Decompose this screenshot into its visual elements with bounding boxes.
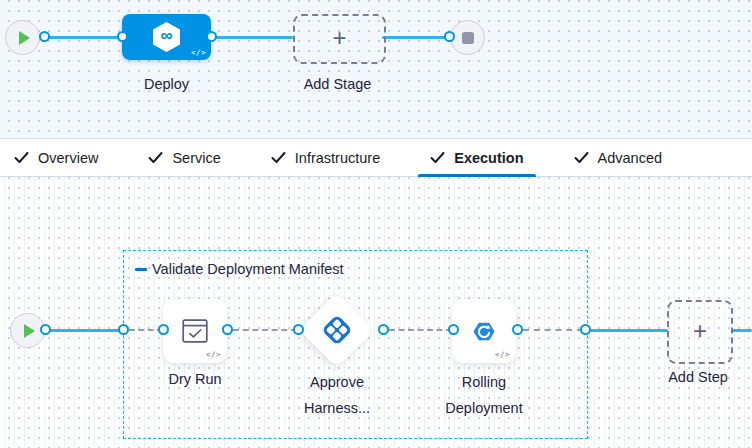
rolling-deployment-icon (472, 320, 496, 343)
add-stage-button[interactable]: + (293, 14, 386, 64)
play-icon (19, 31, 30, 45)
stage-config-tabs: Overview Service Infrastructure Executio… (0, 139, 752, 177)
add-stage-label: Add Stage (293, 76, 382, 92)
tab-label: Overview (38, 150, 98, 166)
step-group-label: Validate Deployment Manifest (152, 261, 344, 277)
add-step-label: Add Step (647, 369, 749, 385)
step-label-rolling-deployment: Rolling Deployment (432, 369, 536, 421)
plus-icon: + (693, 319, 707, 343)
connector-dash (523, 329, 583, 331)
connector-port (39, 31, 50, 42)
connector-port (448, 324, 459, 335)
connector-port (222, 324, 233, 335)
step-rolling-deployment[interactable]: </> (452, 299, 516, 363)
stage-node-deploy[interactable]: ∞ </> (122, 14, 211, 60)
stage-label: Deploy (122, 76, 211, 92)
execution-canvas: Validate Deployment Manifest </> (0, 177, 752, 448)
connector-dash (389, 329, 452, 331)
check-icon (148, 151, 163, 164)
connector-port (378, 324, 389, 335)
connector-port (444, 31, 455, 42)
step-label-dry-run: Dry Run (131, 371, 259, 387)
check-icon (574, 151, 589, 164)
code-view-icon[interactable]: </> (495, 350, 510, 359)
tab-infrastructure[interactable]: Infrastructure (259, 139, 392, 176)
harness-approval-icon (321, 314, 353, 346)
connector-port (512, 324, 523, 335)
code-view-icon[interactable]: </> (206, 350, 221, 359)
connector-line (212, 36, 293, 39)
play-icon (24, 324, 35, 338)
check-icon (271, 151, 286, 164)
connector-dash (233, 329, 297, 331)
step-group-header[interactable]: Validate Deployment Manifest (135, 261, 344, 277)
tab-label: Infrastructure (295, 150, 380, 166)
connector-port (206, 31, 217, 42)
check-icon (14, 151, 29, 164)
code-view-icon[interactable]: </> (191, 48, 206, 57)
tab-service[interactable]: Service (136, 139, 232, 176)
connector-line (46, 329, 124, 332)
add-step-button[interactable]: + (667, 300, 733, 364)
pipeline-start-node (5, 20, 40, 55)
pipeline-studio: ∞ </> + Deploy Add Stage Overview Servic… (0, 0, 752, 448)
pipeline-end-node (450, 20, 485, 55)
infinity-glyph: ∞ (160, 26, 172, 46)
tab-execution[interactable]: Execution (418, 139, 535, 176)
harness-pipeline-icon: ∞ (153, 22, 180, 52)
connector-line (45, 36, 125, 39)
stop-icon (462, 32, 474, 44)
step-dry-run[interactable]: </> (163, 299, 227, 363)
plus-icon: + (332, 26, 346, 50)
connector-port (117, 31, 128, 42)
step-label-approve: Approve Harness... (287, 369, 387, 421)
connector-line (382, 36, 449, 39)
tab-overview[interactable]: Overview (2, 139, 110, 176)
connector-port (40, 324, 51, 335)
connector-line (590, 329, 668, 332)
collapse-icon[interactable] (135, 268, 147, 271)
dry-run-icon (182, 319, 208, 343)
connector-port (580, 324, 591, 335)
check-icon (430, 151, 445, 164)
tab-label: Advanced (598, 150, 663, 166)
connector-port (158, 324, 169, 335)
tab-advanced[interactable]: Advanced (562, 139, 675, 176)
connector-line (731, 329, 752, 332)
tab-label: Service (172, 150, 220, 166)
stage-canvas: ∞ </> + Deploy Add Stage (0, 0, 752, 139)
connector-port (118, 324, 129, 335)
tab-label: Execution (454, 150, 523, 166)
connector-port (293, 324, 304, 335)
